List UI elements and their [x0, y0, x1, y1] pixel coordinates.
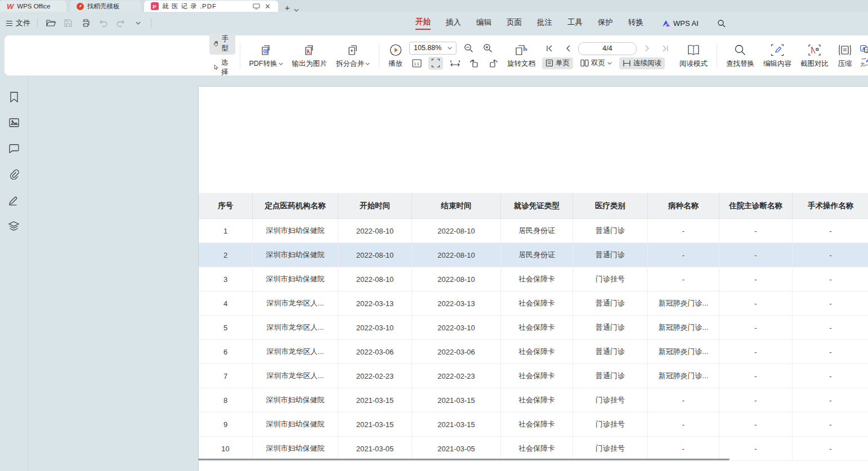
tab-page[interactable]: 页面 [507, 17, 522, 29]
zoom-out-icon[interactable] [461, 42, 476, 55]
table-row[interactable]: 3深圳市妇幼保健院2022-08-102022-08-10社会保障卡门诊挂号--… [199, 267, 868, 291]
print-icon[interactable] [79, 17, 92, 29]
tab-label: 找稻壳模板 [87, 2, 120, 11]
read-mode-button[interactable]: 阅读模式 [675, 41, 712, 70]
edit-content-button[interactable]: 编辑内容 [759, 41, 796, 70]
table-cell: 2022-08-10 [338, 219, 412, 243]
table-cell: - [719, 340, 793, 364]
table-row[interactable]: 8深圳市妇幼保健院2021-03-152021-03-15社会保障卡门诊挂号--… [199, 388, 868, 412]
table-row[interactable]: 6深圳市龙华区人...2022-03-062022-03-06社会保障卡普通门诊… [199, 340, 868, 364]
table-row[interactable]: 1深圳市妇幼保健院2022-08-102022-08-10居民身份证普通门诊--… [199, 219, 868, 243]
table-cell: 2022-03-10 [338, 316, 412, 340]
play-icon [389, 43, 402, 57]
zoom-in-icon[interactable] [480, 42, 495, 55]
tab-edit[interactable]: 编辑 [476, 17, 491, 29]
table-header-row: 序号定点医药机构名称开始时间结束时间就诊凭证类型医疗类别病种名称住院主诊断名称手… [199, 193, 868, 219]
next-page-icon[interactable] [640, 42, 655, 55]
table-row[interactable]: 10深圳市妇幼保健院2021-03-052021-03-05社会保障卡门诊挂号-… [199, 437, 868, 461]
tab-wps-office[interactable]: W WPS Office [0, 1, 66, 12]
comments-icon[interactable] [7, 141, 21, 156]
table-cell: 4 [199, 291, 253, 316]
export-image-button[interactable]: 输出为图片 [288, 41, 332, 70]
table-cell: 新冠肺炎门诊... [648, 316, 719, 340]
tab-comment[interactable]: 批注 [537, 17, 552, 29]
hand-tool-button[interactable]: 手型 [209, 33, 235, 55]
table-row[interactable]: 5深圳市龙华区人...2022-03-102022-03-10社会保障卡普通门诊… [199, 316, 868, 340]
find-replace-button[interactable]: 查找替换 [722, 41, 759, 70]
zoom-level-select[interactable]: 105.88% [409, 42, 457, 55]
table-cell: - [719, 364, 793, 388]
attachments-icon[interactable] [7, 167, 21, 182]
wps-ai-icon [662, 20, 670, 27]
tab-home[interactable]: 开始 [415, 17, 431, 30]
table-cell: - [719, 243, 793, 267]
page-number-input[interactable]: 4/4 [578, 42, 637, 55]
full-translate-button[interactable]: A 文 全文翻译 [860, 44, 868, 54]
bookmarks-icon[interactable] [7, 89, 21, 104]
rotate-right-icon[interactable] [486, 57, 500, 70]
first-page-icon[interactable] [542, 42, 557, 55]
menu-search-icon[interactable] [717, 19, 726, 28]
open-file-icon[interactable] [44, 17, 57, 29]
table-cell: 居民身份证 [501, 219, 573, 243]
menu-bar: 文件 [0, 12, 868, 35]
word-translate-button[interactable]: 文 A 划词翻译 [860, 57, 868, 67]
redo-icon[interactable] [114, 17, 127, 29]
zoom-level-value: 105.88% [414, 44, 441, 52]
single-page-button[interactable]: 单页 [542, 57, 573, 69]
last-page-icon[interactable] [658, 42, 673, 55]
hand-tool-label: 手型 [222, 34, 231, 53]
tab-docer[interactable]: 找稻壳模板 [70, 1, 141, 12]
compress-button[interactable]: 压缩 [833, 41, 857, 70]
divider [151, 19, 151, 28]
tab-document-active[interactable]: P 就 医 记 录 .PDF ✕ [144, 1, 278, 12]
present-monitor-icon[interactable] [253, 3, 260, 10]
previous-page-icon[interactable] [560, 42, 575, 55]
undo-icon[interactable] [97, 17, 109, 29]
screenshot-compare-button[interactable]: 截图对比 [796, 41, 833, 70]
signature-icon[interactable] [7, 193, 21, 208]
tab-insert[interactable]: 插入 [446, 17, 461, 29]
table-cell: - [648, 267, 719, 291]
full-translate-icon: A 文 [860, 45, 868, 53]
table-cell: 门诊挂号 [573, 437, 648, 461]
ribbon-toolbar: 手型 选择 W PDF转换 [5, 35, 868, 75]
svg-text:W: W [265, 50, 268, 53]
table-row[interactable]: 2深圳市妇幼保健院2022-08-102022-08-10居民身份证普通门诊--… [199, 243, 868, 267]
rotate-document-button[interactable]: 旋转文档 [503, 41, 540, 70]
pdf-file-icon: P [151, 2, 159, 10]
tab-protect[interactable]: 保护 [598, 17, 613, 29]
layers-icon[interactable] [7, 219, 21, 234]
file-menu-button[interactable]: 文件 [6, 18, 30, 28]
double-page-button[interactable]: 双页 [577, 57, 615, 69]
table-cell: 1 [199, 219, 253, 243]
split-merge-button[interactable]: 拆分合并 [332, 41, 374, 70]
pdf-convert-button[interactable]: W PDF转换 [245, 41, 288, 70]
rotate-left-icon[interactable] [467, 57, 481, 70]
column-header: 医疗类别 [573, 193, 648, 219]
close-tab-icon[interactable]: ✕ [265, 2, 271, 11]
save-icon[interactable] [62, 17, 74, 29]
tab-tools[interactable]: 工具 [567, 17, 583, 29]
table-cell: 社会保障卡 [501, 291, 573, 316]
tab-convert[interactable]: 转换 [628, 17, 643, 29]
actual-size-icon[interactable]: 1:1 [409, 57, 424, 70]
fit-width-icon[interactable] [448, 57, 462, 70]
horizontal-scrollbar[interactable] [198, 459, 730, 460]
table-row[interactable]: 9深圳市妇幼保健院2021-03-152021-03-15社会保障卡门诊挂号--… [199, 412, 868, 437]
table-cell: - [719, 437, 793, 461]
edit-content-icon [771, 43, 784, 57]
table-row[interactable]: 4深圳市龙华区人...2022-03-132022-03-13社会保障卡普通门诊… [199, 291, 868, 316]
continuous-read-button[interactable]: 连续阅读 [619, 57, 665, 69]
table-row[interactable]: 7深圳市龙华区人...2022-02-232022-02-23社会保障卡普通门诊… [199, 364, 868, 388]
thumbnails-icon[interactable] [7, 115, 21, 130]
wps-ai-button[interactable]: WPS AI [662, 19, 699, 28]
select-tool-button[interactable]: 选择 [209, 57, 235, 78]
find-replace-label: 查找替换 [726, 59, 754, 69]
fit-page-icon[interactable] [428, 57, 443, 70]
table-cell: 门诊挂号 [573, 412, 648, 437]
new-tab-button[interactable]: + [285, 3, 290, 12]
quickbar-chevron-icon[interactable] [132, 17, 144, 29]
play-button[interactable]: 播放 [384, 41, 407, 70]
document-area[interactable]: 序号定点医药机构名称开始时间结束时间就诊凭证类型医疗类别病种名称住院主诊断名称手… [28, 76, 868, 471]
